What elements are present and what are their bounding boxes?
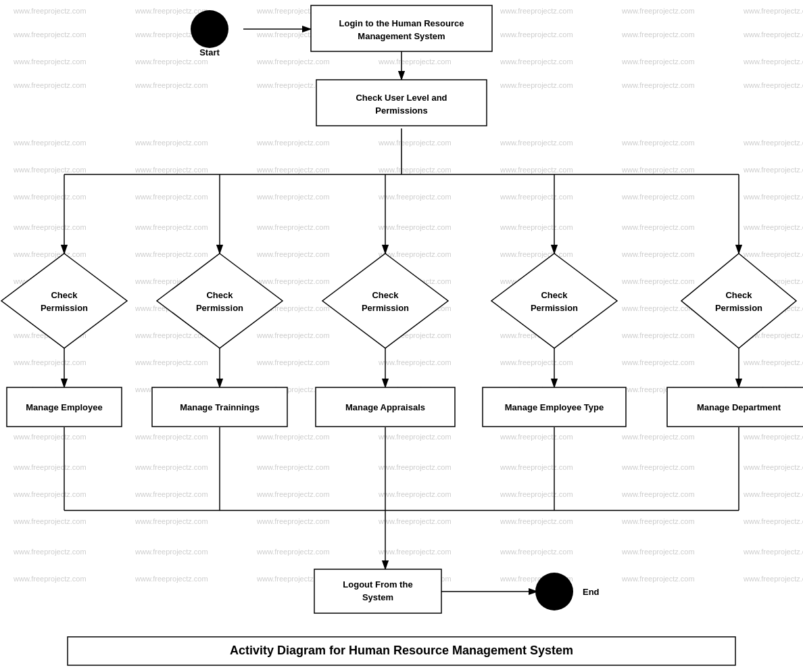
svg-text:www.freeprojectz.com: www.freeprojectz.com <box>743 463 803 471</box>
svg-text:www.freeprojectz.com: www.freeprojectz.com <box>621 57 695 66</box>
svg-text:www.freeprojectz.com: www.freeprojectz.com <box>135 139 208 147</box>
svg-text:www.freeprojectz.com: www.freeprojectz.com <box>621 517 695 525</box>
svg-text:www.freeprojectz.com: www.freeprojectz.com <box>500 463 573 471</box>
check-perm-1-label-line1: Check <box>51 290 78 300</box>
svg-text:www.freeprojectz.com: www.freeprojectz.com <box>13 57 87 66</box>
check-user-label-line2: Permissions <box>375 105 427 116</box>
svg-text:www.freeprojectz.com: www.freeprojectz.com <box>500 30 573 39</box>
logout-label-line1: Logout From the <box>343 579 412 590</box>
svg-text:www.freeprojectz.com: www.freeprojectz.com <box>743 548 803 556</box>
check-perm-2-label-line1: Check <box>206 290 233 300</box>
start-node <box>191 10 228 48</box>
svg-text:www.freeprojectz.com: www.freeprojectz.com <box>135 358 208 366</box>
svg-text:www.freeprojectz.com: www.freeprojectz.com <box>378 139 452 147</box>
svg-text:www.freeprojectz.com: www.freeprojectz.com <box>378 57 452 66</box>
svg-text:www.freeprojectz.com: www.freeprojectz.com <box>378 548 452 556</box>
svg-text:www.freeprojectz.com: www.freeprojectz.com <box>500 166 573 174</box>
svg-text:www.freeprojectz.com: www.freeprojectz.com <box>13 548 87 556</box>
svg-text:www.freeprojectz.com: www.freeprojectz.com <box>621 223 695 231</box>
svg-text:www.freeprojectz.com: www.freeprojectz.com <box>378 223 452 231</box>
svg-text:www.freeprojectz.com: www.freeprojectz.com <box>135 166 208 174</box>
svg-text:www.freeprojectz.com: www.freeprojectz.com <box>135 463 208 471</box>
svg-text:www.freeprojectz.com: www.freeprojectz.com <box>256 193 330 201</box>
check-perm-4-label-line2: Permission <box>531 303 578 313</box>
check-perm-5-node <box>681 254 796 348</box>
svg-text:www.freeprojectz.com: www.freeprojectz.com <box>135 433 208 441</box>
login-label-line2: Management System <box>358 31 445 41</box>
svg-text:www.freeprojectz.com: www.freeprojectz.com <box>13 30 87 39</box>
svg-text:www.freeprojectz.com: www.freeprojectz.com <box>135 81 208 89</box>
svg-text:www.freeprojectz.com: www.freeprojectz.com <box>13 358 87 366</box>
svg-text:www.freeprojectz.com: www.freeprojectz.com <box>621 166 695 174</box>
svg-text:www.freeprojectz.com: www.freeprojectz.com <box>135 490 208 498</box>
svg-text:www.freeprojectz.com: www.freeprojectz.com <box>13 193 87 201</box>
svg-text:www.freeprojectz.com: www.freeprojectz.com <box>256 358 330 366</box>
svg-text:www.freeprojectz.com: www.freeprojectz.com <box>256 548 330 556</box>
svg-text:www.freeprojectz.com: www.freeprojectz.com <box>135 331 208 339</box>
svg-text:www.freeprojectz.com: www.freeprojectz.com <box>500 57 573 66</box>
check-perm-1-node <box>1 254 127 348</box>
logout-label-line2: System <box>362 592 393 602</box>
end-node <box>535 573 573 610</box>
svg-text:www.freeprojectz.com: www.freeprojectz.com <box>256 166 330 174</box>
svg-text:www.freeprojectz.com: www.freeprojectz.com <box>256 57 330 66</box>
svg-text:www.freeprojectz.com: www.freeprojectz.com <box>13 223 87 231</box>
svg-text:www.freeprojectz.com: www.freeprojectz.com <box>256 223 330 231</box>
svg-text:www.freeprojectz.com: www.freeprojectz.com <box>621 548 695 556</box>
svg-text:www.freeprojectz.com: www.freeprojectz.com <box>621 575 695 583</box>
svg-text:www.freeprojectz.com: www.freeprojectz.com <box>135 193 208 201</box>
svg-text:www.freeprojectz.com: www.freeprojectz.com <box>378 463 452 471</box>
svg-text:www.freeprojectz.com: www.freeprojectz.com <box>500 250 573 258</box>
svg-text:www.freeprojectz.com: www.freeprojectz.com <box>13 463 87 471</box>
manage-trainings-label: Manage Trainnings <box>180 402 260 412</box>
check-user-label-line1: Check User Level and <box>356 93 447 103</box>
svg-text:www.freeprojectz.com: www.freeprojectz.com <box>13 250 87 258</box>
diagram-container: www.freeprojectz.com www.freeprojectz.co… <box>0 0 803 672</box>
svg-text:www.freeprojectz.com: www.freeprojectz.com <box>256 250 330 258</box>
svg-text:www.freeprojectz.com: www.freeprojectz.com <box>621 304 695 312</box>
svg-text:www.freeprojectz.com: www.freeprojectz.com <box>13 81 87 89</box>
svg-text:www.freeprojectz.com: www.freeprojectz.com <box>256 331 330 339</box>
svg-text:www.freeprojectz.com: www.freeprojectz.com <box>621 193 695 201</box>
svg-text:www.freeprojectz.com: www.freeprojectz.com <box>743 30 803 39</box>
svg-text:www.freeprojectz.com: www.freeprojectz.com <box>743 250 803 258</box>
svg-text:www.freeprojectz.com: www.freeprojectz.com <box>13 7 87 15</box>
svg-text:www.freeprojectz.com: www.freeprojectz.com <box>621 139 695 147</box>
svg-text:www.freeprojectz.com: www.freeprojectz.com <box>256 490 330 498</box>
svg-text:www.freeprojectz.com: www.freeprojectz.com <box>621 490 695 498</box>
svg-text:www.freeprojectz.com: www.freeprojectz.com <box>256 463 330 471</box>
svg-text:www.freeprojectz.com: www.freeprojectz.com <box>256 277 330 285</box>
svg-text:www.freeprojectz.com: www.freeprojectz.com <box>743 223 803 231</box>
svg-text:www.freeprojectz.com: www.freeprojectz.com <box>743 433 803 441</box>
svg-text:www.freeprojectz.com: www.freeprojectz.com <box>743 81 803 89</box>
check-perm-3-node <box>322 254 448 348</box>
svg-text:www.freeprojectz.com: www.freeprojectz.com <box>135 575 208 583</box>
manage-employee-type-label: Manage Employee Type <box>505 402 604 412</box>
manage-department-label: Manage Department <box>697 402 781 412</box>
end-label: End <box>583 587 600 597</box>
svg-text:www.freeprojectz.com: www.freeprojectz.com <box>621 250 695 258</box>
svg-text:www.freeprojectz.com: www.freeprojectz.com <box>378 490 452 498</box>
manage-employee-label: Manage Employee <box>26 402 102 412</box>
check-perm-5-label-line1: Check <box>725 290 752 300</box>
svg-text:www.freeprojectz.com: www.freeprojectz.com <box>743 517 803 525</box>
svg-text:www.freeprojectz.com: www.freeprojectz.com <box>500 81 573 89</box>
svg-text:www.freeprojectz.com: www.freeprojectz.com <box>500 358 573 366</box>
check-perm-2-node <box>157 254 283 348</box>
svg-text:www.freeprojectz.com: www.freeprojectz.com <box>621 331 695 339</box>
check-perm-3-label-line1: Check <box>372 290 399 300</box>
svg-text:www.freeprojectz.com: www.freeprojectz.com <box>13 490 87 498</box>
svg-text:www.freeprojectz.com: www.freeprojectz.com <box>378 517 452 525</box>
svg-text:www.freeprojectz.com: www.freeprojectz.com <box>13 139 87 147</box>
svg-text:www.freeprojectz.com: www.freeprojectz.com <box>378 166 452 174</box>
svg-text:www.freeprojectz.com: www.freeprojectz.com <box>743 139 803 147</box>
check-perm-2-label-line2: Permission <box>196 303 243 313</box>
svg-text:www.freeprojectz.com: www.freeprojectz.com <box>500 548 573 556</box>
svg-text:www.freeprojectz.com: www.freeprojectz.com <box>13 517 87 525</box>
svg-text:www.freeprojectz.com: www.freeprojectz.com <box>500 7 573 15</box>
svg-text:www.freeprojectz.com: www.freeprojectz.com <box>743 358 803 366</box>
svg-text:www.freeprojectz.com: www.freeprojectz.com <box>743 57 803 66</box>
svg-text:www.freeprojectz.com: www.freeprojectz.com <box>135 250 208 258</box>
start-label: Start <box>199 47 220 57</box>
svg-text:www.freeprojectz.com: www.freeprojectz.com <box>743 490 803 498</box>
